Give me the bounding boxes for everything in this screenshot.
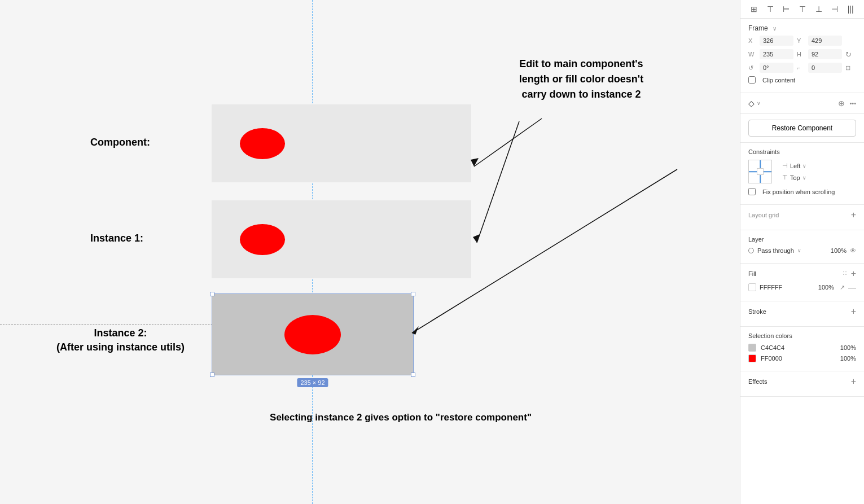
fill-title: Fill	[748, 270, 756, 277]
distribute-icon[interactable]: |||	[848, 5, 854, 14]
frame-title: Frame	[748, 24, 768, 32]
selection-color-2-opacity[interactable]: 100%	[840, 355, 856, 362]
constraints-section: Constraints ⊣ Left ∨ ⊤ Top ∨	[740, 143, 864, 205]
corner-label: ⌐	[797, 64, 805, 71]
w-input[interactable]	[760, 49, 793, 59]
selection-color-2-value[interactable]: FF0000	[761, 355, 836, 362]
selection-color-2-swatch[interactable]	[748, 354, 756, 362]
restore-section: Restore Component	[740, 114, 864, 143]
fix-position-row: Fix position when scrolling	[748, 188, 856, 195]
fill-style-icon[interactable]: ↗	[840, 284, 845, 291]
component-oval	[240, 128, 285, 159]
diamond-icon: ◇	[748, 99, 755, 108]
selection-color-1-swatch[interactable]	[748, 344, 756, 352]
align-center-h-icon[interactable]: ⊤	[767, 5, 774, 14]
selection-color-1-opacity[interactable]: 100%	[840, 344, 856, 351]
x-input[interactable]	[760, 36, 793, 46]
component-icon-section: ◇ ∨ ⊕ •••	[740, 93, 864, 114]
selection-color-1-value[interactable]: C4C4C4	[761, 344, 836, 351]
layout-grid-header: Layout grid +	[748, 211, 856, 220]
visibility-icon[interactable]: 👁	[850, 247, 856, 254]
selection-color-row-2: FF0000 100%	[748, 354, 856, 362]
instance1-frame	[212, 200, 471, 278]
constraint-h-icon: ⊣	[782, 162, 788, 169]
annotation-main: Edit to main component's length or fill …	[497, 56, 666, 102]
rotation-input[interactable]	[760, 63, 793, 73]
selection-color-row-1: C4C4C4 100%	[748, 344, 856, 352]
layer-header: Layer	[748, 236, 856, 243]
align-middle-icon[interactable]: ⊥	[815, 5, 822, 14]
align-bottom-icon[interactable]: ⊣	[831, 5, 838, 14]
corner-input[interactable]	[808, 63, 842, 73]
stroke-add-button[interactable]: +	[851, 307, 856, 316]
layer-mode-row: Pass through ∨ 100% 👁	[748, 247, 856, 254]
y-input[interactable]	[808, 36, 842, 46]
align-left-icon[interactable]: ⊞	[751, 5, 757, 14]
clip-content-row: Clip content	[748, 76, 856, 84]
fill-grid-icon[interactable]: ::	[843, 269, 848, 278]
align-right-icon[interactable]: ⊨	[783, 5, 790, 14]
align-top-icon[interactable]: ⊤	[799, 5, 806, 14]
svg-line-0	[474, 119, 542, 166]
constraint-v-icon: ⊤	[782, 174, 788, 181]
layout-grid-section: Layout grid +	[740, 205, 864, 230]
component-chevron[interactable]: ∨	[757, 100, 761, 106]
constraints-content: ⊣ Left ∨ ⊤ Top ∨	[748, 160, 856, 183]
constraint-v-select[interactable]: ⊤ Top ∨	[782, 174, 806, 181]
constraint-v-chevron: ∨	[802, 175, 806, 181]
constraint-h-select[interactable]: ⊣ Left ∨	[782, 162, 806, 169]
fill-color-swatch[interactable]	[748, 283, 756, 291]
layer-opacity[interactable]: 100%	[831, 247, 847, 254]
frame-section: Frame ∨ X Y W H ↻ ↺ ⌐ ⊡ Clip content	[740, 19, 864, 93]
add-component-icon[interactable]: ⊕	[838, 99, 845, 108]
handle-top-left[interactable]	[210, 292, 214, 296]
layer-mode-icon	[748, 248, 754, 253]
lock-ratio-icon[interactable]: ↻	[845, 50, 852, 59]
fill-color-value[interactable]: FFFFFF	[760, 284, 815, 291]
effects-add-button[interactable]: +	[851, 377, 856, 386]
component-frame	[212, 104, 471, 182]
fill-section: Fill :: + FFFFFF 100% ↗ —	[740, 264, 864, 301]
effects-header: Effects +	[748, 377, 856, 386]
constraint-h-label: Left	[790, 163, 800, 169]
svg-marker-3	[473, 234, 480, 243]
right-panel: ⊞ ⊤ ⊨ ⊤ ⊥ ⊣ ||| Frame ∨ X Y W H ↻ ↺ ⌐	[740, 0, 864, 504]
clip-content-checkbox[interactable]	[748, 76, 756, 84]
constraints-center-box	[757, 168, 764, 175]
layout-grid-add-button[interactable]: +	[851, 211, 856, 220]
more-options-icon[interactable]: •••	[849, 100, 856, 107]
restore-component-button[interactable]: Restore Component	[748, 120, 856, 137]
frame-title-row: Frame ∨	[748, 24, 856, 32]
canvas: Component: Instance 1: Instance 2: (Afte…	[0, 0, 740, 504]
size-label: 235 × 92	[297, 378, 328, 387]
fill-header: Fill :: +	[748, 269, 856, 278]
handle-top-right[interactable]	[411, 292, 415, 296]
stroke-header: Stroke +	[748, 307, 856, 316]
fix-position-label: Fix position when scrolling	[762, 189, 835, 195]
handle-bottom-left[interactable]	[210, 372, 214, 377]
layer-mode-label[interactable]: Pass through	[757, 247, 794, 254]
fill-add-button[interactable]: +	[851, 269, 856, 278]
x-label: X	[748, 37, 756, 44]
instance1-label: Instance 1:	[90, 233, 143, 244]
effects-section: Effects +	[740, 371, 864, 397]
h-input[interactable]	[808, 49, 842, 59]
rotation-label: ↺	[748, 64, 756, 72]
corner-expand-icon[interactable]: ⊡	[845, 64, 850, 72]
layer-mode-chevron[interactable]: ∨	[797, 248, 801, 253]
component-label: Component:	[90, 137, 150, 148]
w-label: W	[748, 51, 756, 58]
instance2-frame[interactable]: 235 × 92	[212, 293, 414, 375]
fill-opacity-value[interactable]: 100%	[818, 284, 834, 291]
fill-remove-button[interactable]: —	[848, 283, 856, 292]
annotation-bottom: Selecting instance 2 gives option to "re…	[243, 412, 559, 423]
constraint-h-chevron: ∨	[802, 163, 806, 169]
stroke-section: Stroke +	[740, 301, 864, 327]
fix-position-checkbox[interactable]	[748, 188, 756, 195]
effects-title: Effects	[748, 378, 767, 385]
stroke-title: Stroke	[748, 308, 766, 315]
layout-grid-title: Layout grid	[748, 212, 779, 218]
handle-bottom-right[interactable]	[411, 372, 415, 377]
selection-colors-section: Selection colors C4C4C4 100% FF0000 100%	[740, 327, 864, 371]
constraints-diagram	[748, 160, 772, 183]
